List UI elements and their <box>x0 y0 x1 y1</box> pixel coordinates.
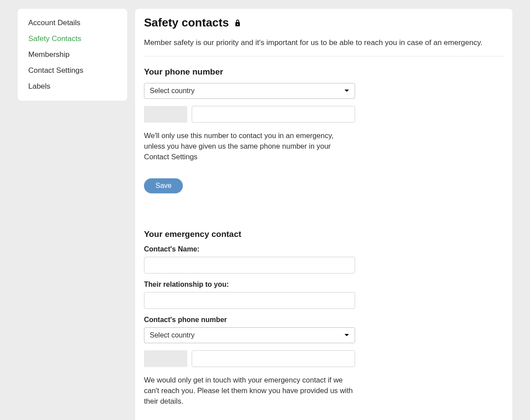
sidebar-item-labels[interactable]: Labels <box>18 79 127 94</box>
sidebar-item-safety-contacts[interactable]: Safety Contacts <box>18 31 127 47</box>
main-content: Safety contacts Member safety is our pri… <box>135 9 512 420</box>
emergency-contact-section-title: Your emergency contact <box>144 229 504 239</box>
sidebar-item-account-details[interactable]: Account Details <box>18 15 127 31</box>
sidebar-item-contact-settings[interactable]: Contact Settings <box>18 63 127 79</box>
contact-relationship-input[interactable] <box>144 292 355 309</box>
your-phone-country-value: Select country <box>150 87 194 95</box>
emergency-contact-help-text: We would only get in touch with your eme… <box>144 375 355 407</box>
contact-phone-prefix-display <box>144 350 187 367</box>
contact-name-input[interactable] <box>144 257 355 274</box>
your-phone-country-select[interactable]: Select country <box>144 83 355 99</box>
your-phone-section-title: Your phone number <box>144 67 504 77</box>
sidebar-item-membership[interactable]: Membership <box>18 47 127 63</box>
contact-phone-country-value: Select country <box>150 331 194 339</box>
caret-down-icon <box>344 89 349 93</box>
your-phone-save-button[interactable]: Save <box>144 178 183 193</box>
your-phone-section: Your phone number Select country We'll o… <box>144 67 504 193</box>
contact-phone-label: Contact's phone number <box>144 316 355 324</box>
contact-phone-number-input[interactable] <box>192 350 355 367</box>
your-phone-help-text: We'll only use this number to contact yo… <box>144 131 355 162</box>
contact-name-label: Contact's Name: <box>144 245 355 253</box>
your-phone-number-input[interactable] <box>192 106 355 123</box>
lock-icon <box>233 19 242 27</box>
caret-down-icon <box>344 333 349 338</box>
page-title: Safety contacts <box>144 16 229 30</box>
contact-phone-country-select[interactable]: Select country <box>144 327 355 343</box>
emergency-contact-section: Your emergency contact Contact's Name: T… <box>144 229 504 420</box>
contact-relationship-label: Their relationship to you: <box>144 281 355 289</box>
intro-text: Member safety is our priority and it's i… <box>144 38 504 56</box>
your-phone-prefix-display <box>144 106 187 123</box>
sidebar: Account Details Safety Contacts Membersh… <box>18 9 127 101</box>
